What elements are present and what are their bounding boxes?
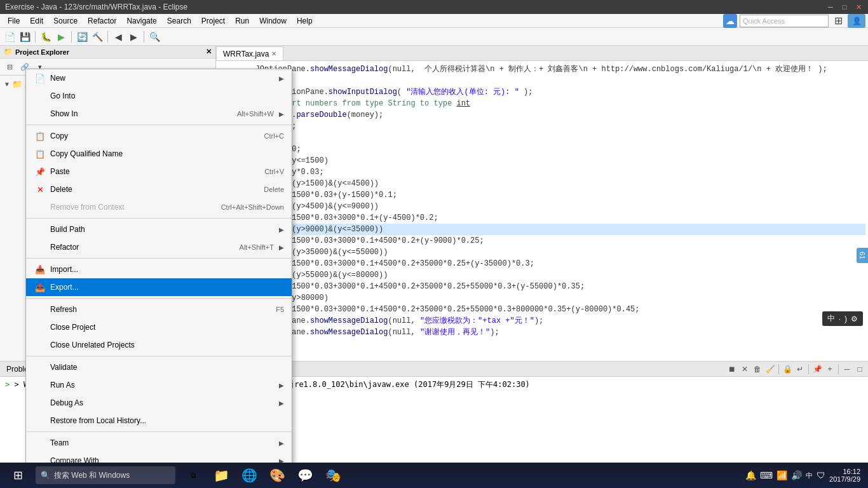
taskbar-task-view[interactable]: ⧉ bbox=[180, 464, 206, 487]
ctx-export[interactable]: 📤 Export... bbox=[26, 278, 292, 296]
ctx-paste-label: Paste bbox=[50, 167, 264, 176]
ime-indicator[interactable]: 中 · ) ⚙ bbox=[822, 311, 863, 326]
toolbar-run[interactable]: ▶ bbox=[54, 30, 68, 44]
menu-refactor[interactable]: Refactor bbox=[83, 15, 121, 27]
taskbar-clock: 16:12 2017/9/29 bbox=[829, 468, 860, 483]
menu-file[interactable]: File bbox=[3, 15, 25, 27]
ctx-close-project[interactable]: Close Project bbox=[26, 318, 292, 336]
code-editor[interactable]: JOptionPane.showMessageDialog(null, 个人所得… bbox=[216, 61, 868, 361]
ctx-delete[interactable]: ✕ Delete Delete bbox=[26, 180, 292, 198]
taskbar-volume-icon[interactable]: 🔊 bbox=[791, 470, 802, 480]
menu-project[interactable]: Project bbox=[196, 15, 230, 27]
console-maximize[interactable]: □ bbox=[854, 363, 865, 375]
code-line: JOptionPane.showMessageDialog(null, "谢谢使… bbox=[219, 327, 865, 338]
editor-tab-close[interactable]: ✕ bbox=[271, 50, 276, 57]
taskbar-network-icon[interactable]: 📶 bbox=[776, 470, 787, 480]
quick-access-input[interactable]: Quick Access bbox=[740, 15, 829, 27]
editor-tab-wrrtax[interactable]: WRRTax.java ✕ bbox=[216, 46, 283, 60]
ctx-go-into[interactable]: Go Into bbox=[26, 87, 292, 105]
console-pin[interactable]: 📌 bbox=[811, 363, 823, 375]
toolbar-sep1 bbox=[35, 31, 36, 43]
taskbar-keyboard-icon[interactable]: ⌨ bbox=[760, 470, 773, 480]
console-minimize[interactable]: ─ bbox=[841, 363, 853, 375]
ctx-restore-history[interactable]: Restore from Local History... bbox=[26, 412, 292, 430]
ctx-import[interactable]: 📥 Import... bbox=[26, 261, 292, 278]
menu-edit[interactable]: Edit bbox=[25, 15, 48, 27]
code-line: money = bbox=[219, 75, 865, 86]
ctx-build-path[interactable]: Build Path ▶ bbox=[26, 220, 292, 238]
pe-close-button[interactable]: ✕ bbox=[206, 48, 212, 56]
ctx-copy-qualified-icon: 📋 bbox=[34, 147, 46, 160]
pe-header: 📁 Project Explorer ✕ bbox=[0, 46, 215, 58]
ime-chinese: 中 bbox=[827, 313, 835, 324]
ctx-refactor[interactable]: Refactor Alt+Shift+T ▶ bbox=[26, 238, 292, 256]
pe-collapse[interactable]: ⊟ bbox=[3, 60, 17, 74]
close-button[interactable]: ✕ bbox=[854, 3, 863, 11]
console-prompt: > bbox=[5, 380, 10, 389]
ctx-new[interactable]: 📄 New ▶ bbox=[26, 69, 292, 87]
ctx-debug-as[interactable]: Debug As ▶ bbox=[26, 394, 292, 412]
menu-run[interactable]: Run bbox=[230, 15, 254, 27]
ctx-close-project-icon bbox=[34, 321, 46, 334]
toolbar-sep3 bbox=[107, 31, 108, 43]
menu-search[interactable]: Search bbox=[162, 15, 196, 27]
ctx-validate[interactable]: Validate bbox=[26, 358, 292, 376]
right-tooltip[interactable]: 61 bbox=[857, 248, 868, 263]
ctx-refresh-icon bbox=[34, 303, 46, 316]
right-tooltip-label: 61 bbox=[858, 252, 866, 259]
console-new[interactable]: + bbox=[824, 363, 836, 375]
toolbar-extra1[interactable]: ⊞ bbox=[831, 14, 845, 28]
taskbar-notification-icon[interactable]: 🔔 bbox=[745, 470, 756, 480]
ctx-paste[interactable]: 📌 Paste Ctrl+V bbox=[26, 163, 292, 180]
console-word-wrap[interactable]: ↵ bbox=[794, 363, 806, 375]
toolbar-save[interactable]: 💾 bbox=[18, 30, 32, 44]
taskbar-browser[interactable]: 🌐 bbox=[236, 464, 262, 487]
console-scroll-lock[interactable]: 🔒 bbox=[782, 363, 793, 375]
menu-navigate[interactable]: Navigate bbox=[121, 15, 161, 27]
ctx-run-as[interactable]: Run As ▶ bbox=[26, 376, 292, 394]
menu-help[interactable]: Help bbox=[292, 15, 318, 27]
ctx-copy[interactable]: 📋 Copy Ctrl+C bbox=[26, 127, 292, 145]
taskbar-app4[interactable]: 💬 bbox=[292, 464, 318, 487]
maximize-button[interactable]: □ bbox=[840, 3, 849, 11]
console-remove[interactable]: 🗑 bbox=[752, 363, 763, 375]
toolbar-back[interactable]: ◀ bbox=[111, 30, 125, 44]
toolbar-refresh[interactable]: 🔄 bbox=[75, 30, 89, 44]
ctx-refresh[interactable]: Refresh F5 bbox=[26, 301, 292, 318]
ime-symbol1: · bbox=[839, 315, 841, 323]
ctx-validate-label: Validate bbox=[50, 363, 284, 372]
ctx-close-unrelated[interactable]: Close Unrelated Projects bbox=[26, 336, 292, 354]
console-stop[interactable]: ⏹ bbox=[726, 363, 738, 375]
toolbar-forward[interactable]: ▶ bbox=[126, 30, 140, 44]
taskbar-search[interactable]: 🔍 搜索 Web 和 Windows bbox=[36, 466, 175, 484]
taskbar-file-explorer[interactable]: 📁 bbox=[208, 464, 234, 487]
toolbar-debug[interactable]: 🐛 bbox=[39, 30, 53, 44]
minimize-button[interactable]: ─ bbox=[826, 3, 835, 11]
code-line: JOptionPane.showMessageDialog(null, 个人所得… bbox=[219, 64, 865, 75]
toolbar-new[interactable]: 📄 bbox=[3, 30, 17, 44]
toolbar-search[interactable]: 🔍 bbox=[147, 30, 161, 44]
ctx-build-path-icon bbox=[34, 223, 46, 236]
menu-source[interactable]: Source bbox=[48, 15, 83, 27]
ctx-copy-shortcut: Ctrl+C bbox=[264, 132, 284, 140]
code-line-highlighted: else if((y>9000)&(y<=35000)) bbox=[219, 224, 865, 235]
taskbar-app5[interactable]: 🎭 bbox=[320, 464, 346, 487]
title-bar: Exercise - Java - 123/src/math/WRRTax.ja… bbox=[0, 0, 868, 14]
taskbar-app3[interactable]: 🎨 bbox=[264, 464, 290, 487]
ctx-copy-qualified[interactable]: 📋 Copy Qualified Name bbox=[26, 145, 292, 163]
console-clear[interactable]: 🧹 bbox=[764, 363, 776, 375]
taskbar-start-button[interactable]: ⊞ bbox=[3, 464, 33, 487]
menu-window[interactable]: Window bbox=[254, 15, 292, 27]
app4-icon: 💬 bbox=[297, 468, 313, 483]
console-terminate[interactable]: ✕ bbox=[739, 363, 750, 375]
editor-tab-label: WRRTax.java bbox=[223, 50, 269, 58]
taskbar-ime-label[interactable]: 中 bbox=[806, 471, 813, 480]
code-line: if(y<=0) bbox=[219, 132, 865, 144]
toolbar-build[interactable]: 🔨 bbox=[90, 30, 104, 44]
ctx-show-in[interactable]: Show In Alt+Shift+W ▶ bbox=[26, 105, 292, 123]
ctx-refactor-label: Refactor bbox=[50, 243, 240, 252]
editor-tabs: WRRTax.java ✕ bbox=[216, 46, 868, 61]
ime-settings-icon[interactable]: ⚙ bbox=[851, 315, 858, 323]
ctx-team[interactable]: Team ▶ bbox=[26, 434, 292, 452]
taskbar-time: 16:12 bbox=[829, 468, 860, 475]
